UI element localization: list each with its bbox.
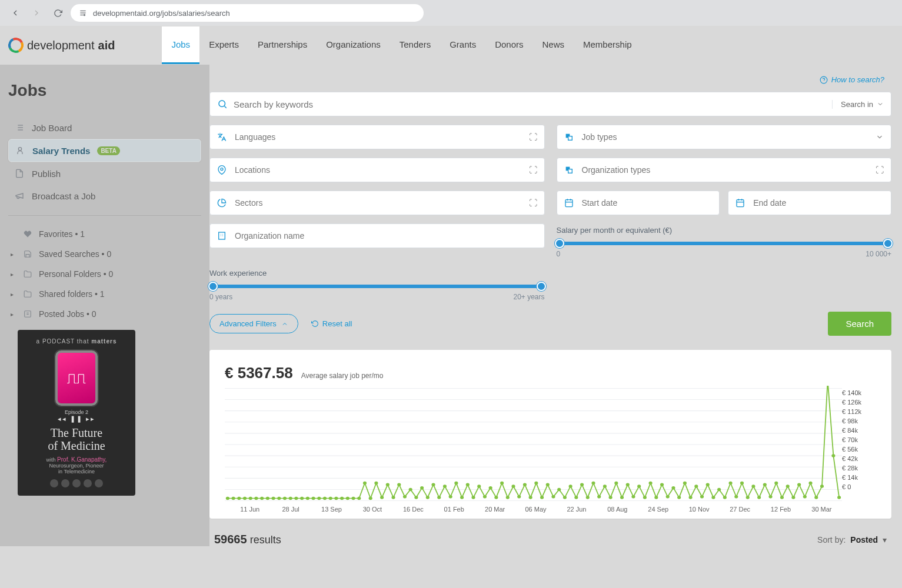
caret-right-icon: ▸ [11, 251, 16, 258]
sidebar-sub-posted[interactable]: ▸Posted Jobs • 0 [8, 304, 201, 324]
reload-button[interactable] [49, 5, 66, 21]
sidebar-sub-saved[interactable]: ▸Saved Searches • 0 [8, 244, 201, 264]
nav-tab-organizations[interactable]: Organizations [317, 26, 390, 64]
forward-button[interactable] [28, 5, 45, 21]
svg-point-90 [471, 496, 475, 499]
svg-point-107 [569, 485, 573, 488]
nav-tab-membership[interactable]: Membership [574, 26, 641, 64]
svg-point-67 [340, 497, 344, 500]
locations-filter[interactable]: Locations ⛶ [209, 158, 545, 182]
experience-slider[interactable]: Work experience 0 years20+ years [209, 269, 545, 301]
sidebar-item-salary-trends[interactable]: Salary TrendsBETA [8, 139, 201, 162]
search-button[interactable]: Search [828, 312, 891, 336]
svg-point-64 [323, 497, 327, 500]
sidebar-item-broadcast-a-job[interactable]: Broadcast a Job [8, 185, 201, 207]
sidebar-item-job-board[interactable]: Job Board [8, 116, 201, 139]
sidebar-item-publish[interactable]: Publish [8, 162, 201, 185]
svg-point-116 [620, 496, 624, 499]
sidebar-sub-favorites[interactable]: Favorites • 1 [8, 224, 201, 244]
svg-point-136 [734, 495, 738, 499]
brand-text-1: development [27, 39, 95, 52]
expand-icon: ⛶ [529, 132, 537, 142]
languages-filter[interactable]: Languages ⛶ [209, 125, 545, 149]
svg-point-82 [426, 496, 430, 499]
how-to-search-link[interactable]: How to search? [820, 75, 884, 84]
list-icon [14, 122, 25, 133]
svg-point-126 [677, 496, 681, 499]
sidebar-sub-personal[interactable]: ▸Personal Folders • 0 [8, 264, 201, 284]
svg-point-57 [283, 497, 287, 500]
jobtypes-filter[interactable]: Job types [557, 125, 892, 149]
save-icon [22, 249, 33, 259]
start-date-filter[interactable]: Start date [557, 191, 720, 215]
brand-logo[interactable]: developmentaid [8, 38, 115, 53]
svg-point-147 [797, 483, 801, 486]
svg-point-58 [289, 497, 292, 500]
svg-point-125 [671, 486, 675, 490]
orgtypes-filter[interactable]: Organization types ⛶ [557, 158, 892, 182]
svg-point-103 [546, 483, 550, 486]
keyword-search[interactable]: Search in [209, 92, 891, 116]
nav-tab-news[interactable]: News [533, 26, 574, 64]
main-content: How to search? Search in Languages ⛶ Job… [209, 65, 902, 546]
svg-point-142 [769, 495, 773, 499]
search-in-dropdown[interactable]: Search in [832, 100, 884, 109]
url-text: developmentaid.org/jobs/salaries/search [93, 9, 230, 18]
svg-point-84 [437, 496, 441, 499]
svg-point-71 [363, 482, 367, 485]
svg-point-69 [352, 497, 355, 500]
address-bar[interactable]: developmentaid.org/jobs/salaries/search [71, 4, 424, 22]
doc-icon [14, 168, 25, 179]
chart-y-axis: € 140k€ 126k€ 112k€ 98k€ 84k€ 70k€ 56k€ … [842, 386, 876, 503]
promo-device-icon: ⎍⎍ [55, 350, 98, 406]
svg-point-108 [574, 496, 578, 499]
svg-point-117 [626, 483, 630, 486]
svg-point-93 [489, 486, 492, 490]
caret-right-icon: ▸ [11, 271, 16, 278]
svg-point-134 [723, 496, 727, 499]
svg-point-154 [837, 496, 841, 499]
end-date-filter[interactable]: End date [728, 191, 891, 215]
salary-slider[interactable]: Salary per month or equivalent (€) 010 0… [557, 226, 892, 258]
nav-tab-jobs[interactable]: Jobs [162, 26, 199, 64]
orgname-filter[interactable]: Organization name [209, 223, 545, 248]
salary-line-chart[interactable] [225, 386, 842, 503]
salary-icon [15, 145, 25, 156]
advanced-filters-button[interactable]: Advanced Filters [209, 314, 298, 333]
sectors-filter[interactable]: Sectors ⛶ [209, 191, 545, 215]
svg-rect-27 [737, 200, 744, 207]
keyword-input[interactable] [234, 99, 832, 109]
calendar-icon [564, 198, 575, 208]
svg-point-106 [563, 496, 567, 499]
svg-rect-31 [219, 232, 225, 239]
back-button[interactable] [7, 5, 24, 21]
site-settings-icon[interactable] [79, 9, 87, 17]
building-icon [217, 231, 228, 240]
promo-card[interactable]: a PODCAST that matters ⎍⎍ Episode 2 ◂◂ ❚… [18, 330, 135, 496]
svg-point-131 [706, 483, 710, 486]
svg-point-50 [243, 497, 247, 500]
svg-point-75 [386, 483, 390, 486]
svg-point-51 [249, 497, 252, 500]
nav-tab-tenders[interactable]: Tenders [390, 26, 440, 64]
nav-tab-grants[interactable]: Grants [440, 26, 485, 64]
nav-tab-experts[interactable]: Experts [199, 26, 248, 64]
svg-point-85 [443, 485, 447, 488]
sidebar-sub-shared[interactable]: ▸Shared folders • 1 [8, 284, 201, 304]
svg-point-48 [232, 497, 235, 500]
salary-chart-card: € 5367.58 Average salary job per/mo € 14… [209, 350, 891, 519]
sort-dropdown[interactable]: Sort by: Posted ▾ [817, 535, 887, 544]
reset-all-link[interactable]: Reset all [311, 319, 352, 328]
svg-point-60 [300, 497, 304, 500]
nav-tab-donors[interactable]: Donors [485, 26, 532, 64]
svg-point-138 [746, 496, 750, 499]
svg-point-110 [586, 496, 590, 499]
nav-tab-partnerships[interactable]: Partnerships [248, 26, 317, 64]
svg-point-104 [551, 495, 555, 499]
svg-point-89 [466, 483, 470, 486]
svg-point-114 [609, 496, 613, 499]
avg-salary-value: € 5367.58 [225, 364, 293, 382]
svg-point-109 [580, 483, 584, 486]
svg-point-92 [483, 495, 487, 499]
svg-point-99 [523, 483, 527, 486]
